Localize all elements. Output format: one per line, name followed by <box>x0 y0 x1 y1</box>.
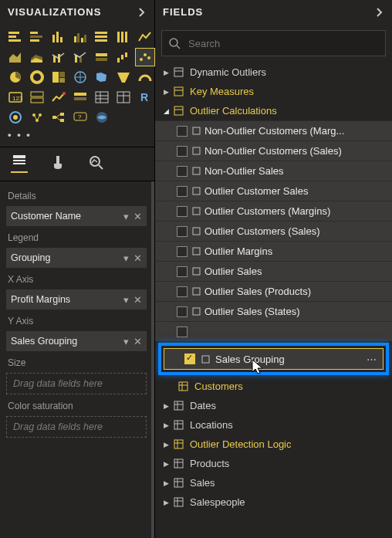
field-outlier-sales-states[interactable]: Outlier Sales (States) <box>155 301 392 321</box>
table-dates[interactable]: ▶ Dates <box>155 396 392 415</box>
expand-icon[interactable]: ▶ <box>163 499 169 506</box>
search-input[interactable] <box>161 30 386 56</box>
line-chart-icon[interactable] <box>136 29 154 46</box>
clustered-bar-icon[interactable] <box>28 29 46 46</box>
checkbox[interactable] <box>177 226 188 237</box>
yaxis-well[interactable]: Sales Grouping ▾✕ <box>6 331 147 351</box>
kpi-icon[interactable] <box>49 89 68 106</box>
expand-icon[interactable]: ▶ <box>163 402 169 410</box>
key-influencers-icon[interactable] <box>28 109 46 126</box>
checkbox[interactable] <box>177 146 188 157</box>
table-locations[interactable]: ▶ Locations <box>155 415 392 435</box>
card-icon[interactable]: 123 <box>6 89 25 106</box>
scatter-chart-icon[interactable] <box>136 49 154 66</box>
field-outlier-sales[interactable]: Outlier Sales <box>155 261 392 281</box>
chevron-down-icon[interactable]: ▾ <box>123 211 129 222</box>
chevron-down-icon[interactable]: ▾ <box>123 336 129 347</box>
chevron-right-icon[interactable] <box>375 8 384 17</box>
expand-icon[interactable]: ▶ <box>163 69 169 76</box>
qa-visual-icon[interactable]: ? <box>71 109 90 126</box>
expand-icon[interactable]: ▶ <box>163 88 169 96</box>
field-non-outlier-customers-marg[interactable]: Non-Outlier Customers (Marg... <box>155 120 392 140</box>
table-sales[interactable]: ▶ Sales <box>155 473 392 492</box>
table-icon[interactable] <box>93 89 111 106</box>
visualizations-header[interactable]: VISUALIZATIONS <box>0 0 154 25</box>
filled-map-icon[interactable] <box>93 69 111 86</box>
table-key-measures[interactable]: ▶ Key Measures <box>155 82 392 101</box>
fields-header[interactable]: FIELDS <box>155 0 392 25</box>
stacked-bar-icon[interactable] <box>6 29 25 46</box>
field-sales-grouping[interactable]: Sales Grouping ⋯ <box>164 348 384 370</box>
details-well[interactable]: Customer Name ▾✕ <box>6 206 147 226</box>
stacked-area-icon[interactable] <box>28 49 46 66</box>
remove-field-icon[interactable]: ✕ <box>133 252 142 264</box>
size-well[interactable]: Drag data fields here <box>6 373 147 394</box>
checkbox[interactable] <box>177 206 188 217</box>
chevron-right-icon[interactable] <box>137 8 147 17</box>
decomposition-tree-icon[interactable] <box>49 109 68 126</box>
visuals-more-icon[interactable]: • • • <box>0 129 154 147</box>
treemap-icon[interactable] <box>49 69 68 86</box>
gauge-icon[interactable] <box>136 69 154 86</box>
chevron-down-icon[interactable]: ▾ <box>123 252 129 264</box>
field-outlier-customer-sales[interactable]: Outlier Customer Sales <box>155 181 392 201</box>
checkbox[interactable] <box>177 186 188 197</box>
table-customers-partial[interactable]: Customers <box>155 377 392 396</box>
expand-icon[interactable]: ▶ <box>163 460 169 468</box>
table-products[interactable]: ▶ Products <box>155 454 392 473</box>
checkbox[interactable] <box>177 266 188 277</box>
python-visual-icon[interactable] <box>6 109 25 126</box>
expand-icon[interactable]: ▶ <box>163 479 169 487</box>
matrix-icon[interactable] <box>114 89 133 106</box>
hundred-stacked-column-icon[interactable] <box>114 29 133 46</box>
collapse-icon[interactable]: ◢ <box>163 107 169 115</box>
checkbox[interactable] <box>177 166 188 177</box>
checkbox[interactable] <box>177 306 188 317</box>
line-clustered-column-icon[interactable] <box>49 49 68 66</box>
field-outlier-margins[interactable]: Outlier Margins <box>155 241 392 261</box>
search-field[interactable] <box>187 37 379 50</box>
remove-field-icon[interactable]: ✕ <box>133 336 142 347</box>
field-outlier-sales-products[interactable]: Outlier Sales (Products) <box>155 281 392 301</box>
pie-chart-icon[interactable] <box>6 69 25 86</box>
arcgis-map-icon[interactable] <box>93 109 111 126</box>
r-visual-icon[interactable]: R <box>136 89 154 106</box>
field-more-icon[interactable]: ⋯ <box>367 354 377 365</box>
analytics-tab-icon[interactable] <box>88 154 105 171</box>
multi-row-card-icon[interactable] <box>28 89 46 106</box>
field-non-outlier-sales[interactable]: Non-Outlier Sales <box>155 161 392 181</box>
chevron-down-icon[interactable]: ▾ <box>123 294 129 306</box>
field-non-outlier-customers-sales[interactable]: Non-Outlier Customers (Sales) <box>155 140 392 161</box>
line-stacked-column-icon[interactable] <box>71 49 90 66</box>
expand-icon[interactable]: ▶ <box>163 441 169 448</box>
field-outlier-customers-margins[interactable]: Outlier Customers (Margins) <box>155 201 392 221</box>
donut-chart-icon[interactable] <box>28 69 46 86</box>
stacked-column-icon[interactable] <box>49 29 68 46</box>
clustered-column-icon[interactable] <box>71 29 90 46</box>
checkbox[interactable] <box>177 126 188 137</box>
table-outlier-detection-logic[interactable]: ▶ Outlier Detection Logic <box>155 435 392 454</box>
funnel-icon[interactable] <box>114 69 133 86</box>
table-salespeople[interactable]: ▶ Salespeople <box>155 492 392 512</box>
fields-tab-icon[interactable] <box>11 152 28 173</box>
slicer-icon[interactable] <box>71 89 90 106</box>
ribbon-chart-icon[interactable] <box>93 49 111 66</box>
checkbox[interactable] <box>177 246 188 257</box>
table-outlier-calculations[interactable]: ◢ Outlier Calculations <box>155 101 392 120</box>
waterfall-icon[interactable] <box>114 49 133 66</box>
area-chart-icon[interactable] <box>6 49 25 66</box>
map-icon[interactable] <box>71 69 90 86</box>
field-outlier-customers-sales[interactable]: Outlier Customers (Sales) <box>155 221 392 241</box>
colorsat-well[interactable]: Drag data fields here <box>6 416 147 438</box>
xaxis-well[interactable]: Profit Margins ▾✕ <box>6 289 147 310</box>
remove-field-icon[interactable]: ✕ <box>133 211 142 222</box>
checkbox-checked[interactable] <box>184 354 195 364</box>
expand-icon[interactable]: ▶ <box>163 421 169 429</box>
remove-field-icon[interactable]: ✕ <box>133 294 142 306</box>
format-tab-icon[interactable] <box>49 154 66 171</box>
table-dynamic-outliers[interactable]: ▶ Dynamic Outliers <box>155 63 392 82</box>
checkbox[interactable] <box>177 327 188 337</box>
legend-well[interactable]: Grouping ▾✕ <box>6 248 147 268</box>
field-partial-hidden[interactable] <box>155 321 392 341</box>
hundred-stacked-bar-icon[interactable] <box>93 29 111 46</box>
